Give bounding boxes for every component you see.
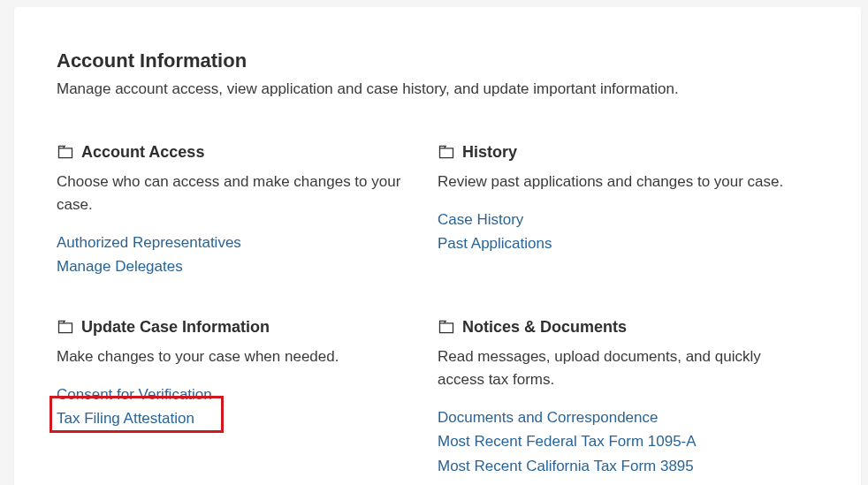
link-list: Authorized Representatives Manage Delega…	[57, 231, 416, 278]
section-account-access: Account Access Choose who can access and…	[57, 143, 438, 279]
link-authorized-representatives[interactable]: Authorized Representatives	[57, 231, 416, 254]
account-info-card: Account Information Manage account acces…	[14, 7, 861, 485]
section-desc: Choose who can access and make changes t…	[57, 171, 416, 217]
folder-icon	[57, 318, 74, 336]
link-manage-delegates[interactable]: Manage Delegates	[57, 254, 416, 278]
link-case-history[interactable]: Case History	[438, 208, 797, 231]
folder-icon	[438, 143, 455, 161]
section-title: History	[462, 143, 517, 162]
link-list: Consent for Verification Tax Filing Atte…	[57, 383, 416, 430]
page-subtitle: Manage account access, view application …	[57, 78, 819, 101]
link-list: Case History Past Applications	[438, 208, 797, 255]
link-consent-verification[interactable]: Consent for Verification	[57, 383, 416, 406]
section-desc: Read messages, upload documents, and qui…	[438, 345, 797, 392]
link-past-applications[interactable]: Past Applications	[438, 231, 797, 255]
page-title: Account Information	[57, 49, 819, 72]
section-desc: Make changes to your case when needed.	[57, 345, 416, 368]
section-header: Update Case Information	[57, 318, 416, 337]
link-federal-1095a[interactable]: Most Recent Federal Tax Form 1095-A	[438, 429, 797, 453]
link-list: Documents and Correspondence Most Recent…	[438, 405, 797, 478]
section-update-case: Update Case Information Make changes to …	[57, 318, 438, 478]
folder-icon	[438, 318, 455, 336]
link-california-3895[interactable]: Most Recent California Tax Form 3895	[438, 454, 797, 478]
section-desc: Review past applications and changes to …	[438, 171, 797, 193]
section-header: Notices & Documents	[438, 318, 797, 337]
link-tax-filing-attestation[interactable]: Tax Filing Attestation	[57, 406, 416, 430]
link-documents-correspondence[interactable]: Documents and Correspondence	[438, 405, 797, 429]
section-header: Account Access	[57, 143, 416, 162]
section-title: Notices & Documents	[462, 318, 627, 337]
sections-grid: Account Access Choose who can access and…	[57, 143, 819, 486]
section-history: History Review past applications and cha…	[438, 143, 819, 279]
section-header: History	[438, 143, 797, 162]
section-title: Update Case Information	[81, 318, 270, 337]
section-title: Account Access	[81, 143, 204, 162]
folder-icon	[57, 143, 74, 161]
section-notices-documents: Notices & Documents Read messages, uploa…	[438, 318, 819, 478]
